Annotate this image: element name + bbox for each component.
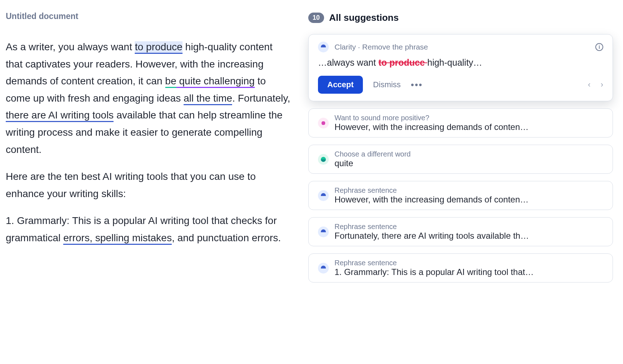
underline-errors-spelling-mistakes[interactable]: errors, spelling mistakes xyxy=(63,232,172,245)
paragraph-1[interactable]: As a writer, you always want to produce … xyxy=(6,38,291,158)
suggestion-card[interactable]: Rephrase sentence 1. Grammarly: This is … xyxy=(308,253,613,283)
suggestion-text: quite xyxy=(334,158,603,168)
nav-arrows: ‹ › xyxy=(588,80,603,89)
suggestion-card[interactable]: Rephrase sentence Fortunately, there are… xyxy=(308,217,613,246)
text: . Fortunately, xyxy=(232,93,290,104)
sidebar-header: 10 All suggestions xyxy=(308,12,613,23)
info-icon[interactable]: i xyxy=(595,43,603,51)
suggestion-text: Fortunately, there are AI writing tools … xyxy=(334,231,603,241)
suggestion-snippet: …always want to produce high-quality… xyxy=(318,57,603,68)
underline-be[interactable]: be xyxy=(165,75,176,88)
document-title[interactable]: Untitled document xyxy=(6,11,291,21)
suggestions-sidebar: 10 All suggestions Clarity · Remove the … xyxy=(298,0,623,364)
clarity-icon xyxy=(318,190,329,201)
suggestion-card[interactable]: Choose a different word quite xyxy=(308,145,613,174)
document-body[interactable]: As a writer, you always want to produce … xyxy=(6,38,291,247)
suggestion-card[interactable]: Want to sound more positive? However, wi… xyxy=(308,108,613,137)
suggestion-label: Rephrase sentence xyxy=(334,223,603,231)
strike-text: to produce xyxy=(378,57,427,67)
suggestion-card[interactable]: Rephrase sentence However, with the incr… xyxy=(308,181,613,210)
dismiss-button[interactable]: Dismiss xyxy=(373,80,401,89)
chevron-right-icon[interactable]: › xyxy=(601,80,603,89)
engagement-icon xyxy=(318,118,329,129)
suggestion-actions: Accept Dismiss ••• ‹ › xyxy=(318,76,603,94)
highlight-to-produce[interactable]: to produce xyxy=(135,41,182,54)
underline-all-the-time[interactable]: all the time xyxy=(184,93,232,105)
text: , and punctuation errors. xyxy=(172,232,281,243)
underline-ai-writing-tools[interactable]: there are AI writing tools xyxy=(6,109,114,122)
paragraph-2[interactable]: Here are the ten best AI writing tools t… xyxy=(6,168,291,202)
text: As a writer, you always want xyxy=(6,41,135,52)
suggestion-category: Clarity · Remove the phrase xyxy=(334,43,428,51)
paragraph-3[interactable]: 1. Grammarly: This is a popular AI writi… xyxy=(6,212,291,246)
suggestion-label: Rephrase sentence xyxy=(334,259,603,267)
suggestion-count-badge: 10 xyxy=(308,13,324,23)
suggestion-label: Rephrase sentence xyxy=(334,186,603,195)
vocabulary-icon xyxy=(318,154,329,165)
more-options-icon[interactable]: ••• xyxy=(411,79,423,90)
suggestion-text: However, with the increasing demands of … xyxy=(334,195,603,205)
clarity-icon xyxy=(318,227,329,237)
suggestion-label: Want to sound more positive? xyxy=(334,114,603,122)
clarity-icon xyxy=(318,42,329,52)
clarity-icon xyxy=(318,263,329,274)
suggestion-label: Choose a different word xyxy=(334,150,603,158)
suggestion-text: However, with the increasing demands of … xyxy=(334,122,603,132)
accept-button[interactable]: Accept xyxy=(318,76,363,94)
chevron-left-icon[interactable]: ‹ xyxy=(588,80,590,89)
editor-pane: Untitled document As a writer, you alway… xyxy=(0,0,298,364)
underline-quite-challenging[interactable]: quite challenging xyxy=(176,75,255,88)
sidebar-title: All suggestions xyxy=(329,12,399,23)
suggestion-card-active[interactable]: Clarity · Remove the phrase i …always wa… xyxy=(308,34,613,101)
suggestion-text: 1. Grammarly: This is a popular AI writi… xyxy=(334,267,603,277)
